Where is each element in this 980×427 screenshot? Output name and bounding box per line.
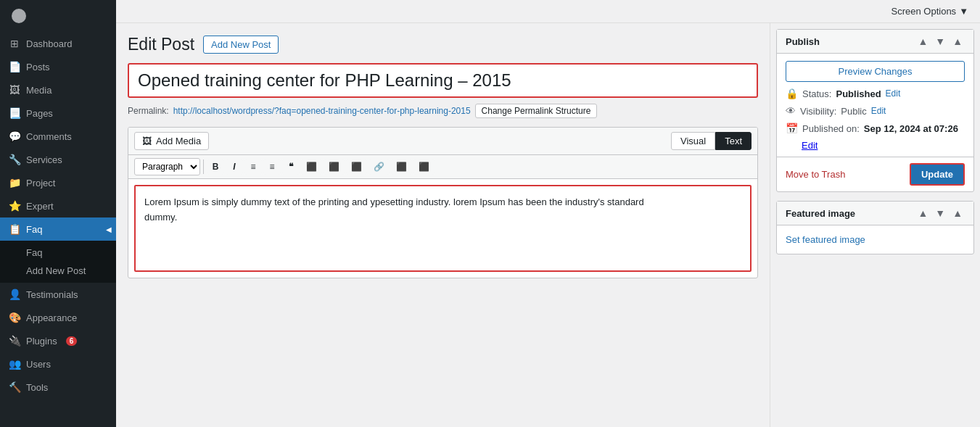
tools-icon: 🔨: [9, 381, 20, 393]
add-media-button[interactable]: 🖼 Add Media: [134, 132, 209, 150]
posts-icon: 📄: [9, 61, 20, 72]
screen-options-arrow-icon: ▼: [959, 6, 968, 17]
topbar: Screen Options ▼: [116, 0, 980, 23]
publish-collapse-button[interactable]: ▲: [950, 36, 965, 47]
featured-image-metabox-controls: ▲ ▼ ▲: [915, 207, 965, 219]
publish-footer: Move to Trash Update: [777, 157, 973, 191]
published-date: Sep 12, 2024 at 07:26: [864, 123, 958, 134]
update-button[interactable]: Update: [910, 163, 965, 186]
editor-content[interactable]: Lorem Ipsum is simply dummy text of the …: [134, 185, 752, 272]
sidebar-item-faq[interactable]: 📋 Faq ◀: [0, 217, 116, 241]
dashboard-icon: ⊞: [9, 38, 20, 49]
toolbar-separator-1: [203, 159, 204, 174]
status-value: Published: [836, 88, 881, 99]
sidebar-item-project[interactable]: 📁 Project: [0, 171, 116, 194]
status-row: 🔒 Status: Published Edit: [786, 88, 965, 99]
preview-changes-button[interactable]: Preview Changes: [786, 61, 965, 82]
sidebar-item-label: Comments: [26, 131, 72, 142]
published-row: 📅 Published on: Sep 12, 2024 at 07:26: [786, 123, 965, 134]
permalink-row: Permalink: http://localhost/wordpress/?f…: [128, 104, 758, 118]
sidebar-item-services[interactable]: 🔧 Services: [0, 148, 116, 171]
sidebar-sub-item-add-new-post[interactable]: Add New Post: [0, 262, 116, 280]
sidebar-item-testimonials[interactable]: 👤 Testimonials: [0, 283, 116, 306]
screen-options-label: Screen Options: [892, 6, 957, 17]
services-icon: 🔧: [9, 154, 20, 165]
sidebar-item-users[interactable]: 👥 Users: [0, 352, 116, 376]
sidebar-sub-item-faq[interactable]: Faq: [0, 244, 116, 262]
visibility-value: Public: [841, 106, 866, 117]
set-featured-image-link[interactable]: Set featured image: [777, 228, 973, 251]
featured-image-collapse-up-button[interactable]: ▲: [915, 207, 930, 219]
appearance-icon: 🎨: [9, 312, 20, 323]
sidebar-item-media[interactable]: 🖼 Media: [0, 78, 116, 101]
align-center-button[interactable]: ⬛: [324, 159, 345, 175]
sidebar-item-label: Pages: [26, 108, 53, 119]
status-edit-link[interactable]: Edit: [886, 88, 901, 99]
sidebar-item-label: Tools: [26, 382, 48, 393]
sidebar-item-label: Posts: [26, 62, 50, 72]
media-icon: 🖼: [9, 84, 20, 96]
italic-button[interactable]: I: [226, 159, 243, 175]
sidebar-item-pages[interactable]: 📃 Pages: [0, 101, 116, 125]
faq-icon: 📋: [9, 223, 20, 235]
visual-tab[interactable]: Visual: [671, 132, 715, 150]
publish-metabox-controls: ▲ ▼ ▲: [915, 36, 965, 47]
align-left-button[interactable]: ⬛: [301, 159, 322, 175]
plugins-badge: 6: [66, 336, 78, 346]
publish-info: 🔒 Status: Published Edit 👁 Visibility: P…: [777, 82, 973, 157]
featured-image-metabox: Featured image ▲ ▼ ▲ Set featured image: [776, 201, 974, 254]
ordered-list-button[interactable]: ≡: [263, 159, 281, 175]
permalink-label: Permalink:: [128, 106, 169, 116]
featured-image-collapse-down-button[interactable]: ▼: [933, 207, 947, 219]
sidebar-item-label: Media: [26, 85, 52, 96]
link-button[interactable]: 🔗: [368, 159, 390, 175]
sidebar-item-label: Testimonials: [26, 289, 78, 300]
sidebar-item-comments[interactable]: 💬 Comments: [0, 125, 116, 148]
pages-icon: 📃: [9, 107, 20, 119]
sidebar-item-label: Users: [26, 359, 51, 370]
sidebar-item-posts[interactable]: 📄 Posts: [0, 55, 116, 78]
add-media-icon: 🖼: [142, 136, 152, 146]
change-permalink-button[interactable]: Change Permalink Structure: [475, 104, 598, 118]
sidebar-item-tools[interactable]: 🔨 Tools: [0, 376, 116, 399]
publish-collapse-down-button[interactable]: ▼: [933, 36, 947, 47]
sidebar-item-appearance[interactable]: 🎨 Appearance: [0, 306, 116, 329]
faq-arrow-icon: ◀: [106, 225, 112, 233]
table-button[interactable]: ⬛: [413, 159, 435, 175]
sidebar-item-label: Appearance: [26, 312, 77, 323]
visibility-icon: 👁: [786, 105, 796, 117]
publish-metabox-header: Publish ▲ ▼ ▲: [777, 30, 973, 54]
text-tab[interactable]: Text: [715, 132, 752, 150]
published-edit-link[interactable]: Edit: [802, 140, 818, 151]
published-label: Published on:: [802, 123, 860, 134]
more-button[interactable]: ⬛: [391, 159, 412, 175]
right-sidebar: Publish ▲ ▼ ▲ Preview Changes 🔒 Status: …: [770, 23, 980, 427]
publish-collapse-up-button[interactable]: ▲: [915, 36, 930, 47]
sidebar-item-dashboard[interactable]: ⊞ Dashboard: [0, 32, 116, 55]
page-header: Edit Post Add New Post: [128, 35, 758, 54]
sidebar-item-label: Dashboard: [26, 38, 73, 49]
content-wrap: Edit Post Add New Post Permalink: http:/…: [116, 23, 980, 427]
plugins-icon: 🔌: [9, 335, 20, 347]
visibility-edit-link[interactable]: Edit: [871, 106, 886, 116]
add-new-post-button[interactable]: Add New Post: [203, 36, 279, 54]
permalink-link[interactable]: http://localhost/wordpress/?faq=opened-t…: [173, 106, 471, 116]
move-to-trash-link[interactable]: Move to Trash: [786, 169, 845, 180]
status-icon: 🔒: [786, 88, 798, 99]
visibility-label: Visibility:: [800, 106, 836, 117]
sidebar-item-label: Plugins: [26, 336, 57, 347]
main-area: Screen Options ▼ Edit Post Add New Post …: [116, 0, 980, 427]
paragraph-select[interactable]: Paragraph: [134, 158, 200, 175]
testimonials-icon: 👤: [9, 289, 20, 300]
unordered-list-button[interactable]: ≡: [244, 159, 262, 175]
align-right-button[interactable]: ⬛: [346, 159, 367, 175]
post-title-input[interactable]: [128, 63, 758, 98]
screen-options-button[interactable]: Screen Options ▼: [892, 6, 968, 17]
sidebar-item-expert[interactable]: ⭐ Expert: [0, 194, 116, 217]
sidebar-logo: [0, 0, 116, 32]
blockquote-button[interactable]: ❝: [282, 159, 300, 175]
sidebar-item-plugins[interactable]: 🔌 Plugins 6: [0, 329, 116, 352]
featured-image-collapse-button[interactable]: ▲: [950, 207, 965, 219]
bold-button[interactable]: B: [207, 159, 224, 175]
sidebar: ⊞ Dashboard 📄 Posts 🖼 Media 📃 Pages 💬 Co…: [0, 0, 116, 427]
